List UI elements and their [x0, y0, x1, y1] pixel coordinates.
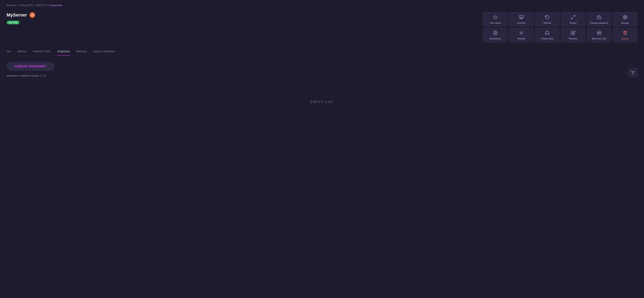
- server-info: MyServer ACTIVE: [6, 12, 35, 24]
- instructions-icon: [493, 31, 498, 36]
- svg-point-2: [31, 15, 32, 16]
- svg-line-18: [626, 16, 626, 17]
- svg-point-24: [598, 32, 600, 34]
- filter-icon: [631, 71, 635, 75]
- svg-line-10: [574, 15, 575, 17]
- rescue-label: Rescue: [621, 22, 629, 24]
- svg-line-4: [32, 15, 32, 16]
- svg-line-16: [624, 16, 625, 17]
- action-delete[interactable]: Delete: [613, 28, 638, 42]
- boot-from-iso-label: Boot from ISO: [592, 37, 606, 40]
- svg-line-17: [626, 18, 626, 18]
- action-shut-down[interactable]: Shut down: [483, 12, 508, 27]
- breadcrumb-separator2: >: [34, 4, 36, 7]
- rebuild-label: Rebuild: [517, 37, 525, 40]
- breadcrumb-current: Snapshots: [50, 4, 62, 7]
- resize-label: Resize: [570, 22, 577, 24]
- create-snapshot-button[interactable]: CREATE SNAPSHOT: [6, 62, 54, 71]
- svg-point-3: [33, 15, 34, 16]
- power-icon: [493, 15, 498, 21]
- active-badge: ACTIVE: [6, 21, 35, 24]
- content-area: CREATE SNAPSHOT Instances created for to…: [0, 56, 644, 126]
- svg-line-11: [572, 17, 573, 19]
- tab-backups[interactable]: Backups: [76, 47, 87, 56]
- svg-point-1: [32, 14, 33, 15]
- breadcrumb-server-id[interactable]: 5203773: [36, 4, 46, 7]
- action-resize[interactable]: Resize: [561, 12, 586, 27]
- svg-marker-27: [632, 71, 634, 74]
- svg-point-13: [599, 18, 599, 18]
- svg-point-15: [624, 16, 626, 18]
- actions-grid: Shut down Console Reboot Resize Change p…: [483, 12, 638, 42]
- svg-line-19: [624, 18, 625, 18]
- action-boot-from-iso[interactable]: Boot from ISO: [587, 28, 612, 42]
- console-label: Console: [517, 22, 525, 24]
- rename-icon: [571, 31, 576, 36]
- action-change-password[interactable]: Change password: [587, 12, 612, 27]
- action-instructions[interactable]: Instructions: [483, 28, 508, 42]
- tab-backup-schedules[interactable]: Backup schedules: [93, 47, 115, 56]
- action-rebuild[interactable]: Rebuild: [509, 28, 534, 42]
- breadcrumb-services[interactable]: Services: [6, 4, 17, 7]
- empty-list: EMPTY LIST: [6, 84, 638, 120]
- server-title: MyServer: [6, 12, 35, 18]
- rescue-icon: [623, 15, 627, 21]
- action-rename[interactable]: Rename: [561, 28, 586, 42]
- console-icon: [519, 15, 524, 21]
- filter-button[interactable]: [628, 68, 638, 77]
- change-password-label: Change password: [590, 22, 608, 24]
- header-section: MyServer ACTIVE Shut: [0, 11, 644, 47]
- ticket-icon: [545, 31, 550, 36]
- breadcrumb-separator3: >: [47, 4, 50, 7]
- ubuntu-icon: [30, 12, 35, 18]
- create-ticket-label: Create ticket: [541, 37, 554, 40]
- action-console[interactable]: Console: [509, 12, 534, 27]
- tab-info[interactable]: Info: [6, 47, 11, 56]
- action-create-ticket[interactable]: Create ticket: [535, 28, 560, 42]
- breadcrumb-separator: >: [18, 4, 20, 7]
- reboot-icon: [545, 15, 550, 21]
- tab-metrics[interactable]: Metrics: [18, 47, 26, 56]
- instances-text: Instances created for today: 1 / 5: [6, 74, 638, 77]
- action-rescue[interactable]: Rescue: [613, 12, 638, 27]
- instructions-label: Instructions: [490, 37, 501, 40]
- svg-line-5: [32, 15, 33, 16]
- breadcrumb: Services > Cloud VPS > 5203773 > Snapsho…: [0, 0, 644, 11]
- svg-point-22: [521, 32, 522, 34]
- rebuild-icon: [519, 31, 524, 36]
- password-icon: [597, 15, 601, 21]
- action-reboot[interactable]: Reboot: [535, 12, 560, 27]
- breadcrumb-cloud-vps[interactable]: Cloud VPS: [20, 4, 33, 7]
- boot-iso-icon: [597, 31, 601, 36]
- server-name: MyServer: [6, 12, 27, 18]
- tab-network-traffic[interactable]: Network Traffic: [33, 47, 51, 56]
- delete-icon: [623, 31, 627, 36]
- nav-tabs: Info Metrics Network Traffic Snapshots B…: [0, 47, 644, 56]
- rename-label: Rename: [569, 37, 578, 40]
- resize-icon: [571, 15, 576, 21]
- tab-snapshots[interactable]: Snapshots: [57, 47, 70, 56]
- delete-label: Delete: [622, 37, 628, 40]
- reboot-label: Reboot: [544, 22, 551, 24]
- shut-down-label: Shut down: [490, 22, 501, 24]
